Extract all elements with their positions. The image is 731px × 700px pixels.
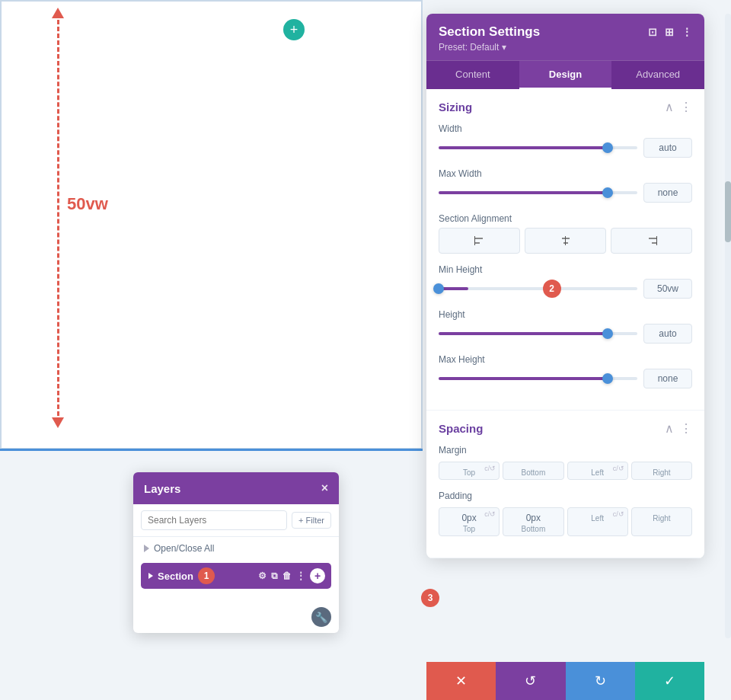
min-height-slider-thumb[interactable] (433, 283, 444, 294)
confirm-button[interactable]: ✓ (635, 662, 704, 700)
layers-search-input[interactable] (141, 510, 287, 530)
more-icon[interactable]: ⋮ (296, 571, 305, 581)
sizing-more-icon[interactable]: ⋮ (680, 100, 692, 114)
align-center-icon (560, 235, 572, 247)
scrollbar-track (725, 14, 731, 638)
open-close-label: Open/Close All (154, 543, 214, 554)
width-slider[interactable] (439, 146, 637, 149)
padding-label: Padding (439, 491, 692, 501)
padding-left-cell[interactable]: c/↺ Left (567, 507, 628, 536)
tab-content[interactable]: Content (426, 61, 519, 89)
layout-icon[interactable]: ⊞ (665, 26, 674, 38)
align-right-icon (646, 235, 658, 247)
settings-header-icons: ⊡ ⊞ ⋮ (648, 26, 692, 38)
spacing-title: Spacing (439, 422, 483, 435)
sizing-title-row: Sizing ∧ ⋮ (439, 100, 692, 114)
max-height-slider-row: none (439, 369, 692, 388)
margin-right-cell[interactable]: Right (631, 462, 692, 480)
trash-icon[interactable]: 🗑 (283, 571, 292, 581)
height-slider-row: auto (439, 324, 692, 344)
gear-icon[interactable]: ⚙ (258, 571, 267, 581)
svg-rect-5 (565, 236, 566, 245)
layers-title: Layers (144, 482, 180, 495)
settings-tabs: Content Design Advanced (426, 60, 704, 89)
badge-3: 3 (421, 589, 439, 607)
width-slider-fill (439, 146, 608, 149)
margin-grid: c/↺ Top Bottom c/↺ Left Right (439, 462, 692, 480)
section-label: Section (158, 571, 193, 582)
margin-bottom-cell[interactable]: Bottom (503, 462, 563, 480)
responsive-icon[interactable]: ⊡ (648, 26, 657, 38)
spacing-collapse-icon[interactable]: ∧ (665, 421, 674, 436)
more-options-icon[interactable]: ⋮ (682, 26, 692, 38)
height-slider-thumb[interactable] (602, 328, 613, 339)
margin-right-label: Right (635, 468, 688, 477)
layers-panel: Layers × + Filter Open/Close All Section… (133, 472, 339, 633)
margin-bottom-label: Bottom (506, 468, 560, 477)
margin-top-cell[interactable]: c/↺ Top (439, 462, 500, 480)
layers-open-close-toggle[interactable]: Open/Close All (133, 537, 339, 560)
duplicate-icon[interactable]: ⧉ (271, 571, 278, 581)
add-row-button[interactable]: + (310, 568, 325, 583)
dashed-line (57, 20, 59, 416)
canvas-separator (0, 449, 423, 451)
add-section-button[interactable]: + (283, 19, 305, 40)
margin-field: Margin c/↺ Top Bottom c/↺ Left Right (439, 445, 692, 480)
align-center-button[interactable] (525, 228, 606, 254)
padding-right-cell[interactable]: Right (631, 507, 692, 536)
max-width-slider[interactable] (439, 191, 637, 194)
padding-bottom-label: Bottom (506, 525, 560, 533)
sizing-title-icons: ∧ ⋮ (665, 100, 692, 114)
section-icons: ⚙ ⧉ 🗑 ⋮ (258, 571, 305, 581)
scrollbar-thumb[interactable] (725, 181, 731, 242)
spacing-section: Spacing ∧ ⋮ Margin c/↺ Top Bottom (426, 411, 704, 558)
max-width-slider-thumb[interactable] (602, 187, 613, 198)
max-height-slider-thumb[interactable] (602, 373, 613, 384)
width-slider-thumb[interactable] (602, 142, 613, 153)
settings-body: Sizing ∧ ⋮ Width auto Max (426, 89, 704, 558)
max-height-label: Max Height (439, 354, 692, 365)
width-value[interactable]: auto (643, 138, 692, 158)
layers-close-button[interactable]: × (321, 481, 328, 495)
max-height-slider[interactable] (439, 377, 637, 380)
min-height-slider[interactable] (439, 287, 637, 290)
tab-design[interactable]: Design (519, 61, 612, 89)
margin-left-cell[interactable]: c/↺ Left (567, 462, 628, 480)
width-slider-row: auto (439, 138, 692, 158)
preset-label[interactable]: Preset: Default ▾ (439, 42, 692, 53)
align-left-button[interactable] (439, 228, 520, 254)
sizing-title: Sizing (439, 101, 472, 113)
max-width-label: Max Width (439, 168, 692, 179)
height-slider[interactable] (439, 332, 637, 335)
padding-bottom-cell[interactable]: 0px Bottom (503, 507, 563, 536)
settings-header: Section Settings ⊡ ⊞ ⋮ Preset: Default ▾ (426, 14, 704, 60)
tab-advanced[interactable]: Advanced (611, 61, 704, 89)
settings-panel: Section Settings ⊡ ⊞ ⋮ Preset: Default ▾… (426, 14, 704, 558)
max-width-value[interactable]: none (643, 183, 692, 203)
svg-rect-6 (649, 238, 656, 239)
collapse-icon[interactable]: ∧ (665, 100, 674, 114)
svg-rect-2 (474, 236, 475, 245)
align-right-button[interactable] (611, 228, 692, 254)
spacing-more-icon[interactable]: ⋮ (680, 421, 692, 436)
layers-header: Layers × (133, 472, 339, 504)
section-expand-icon (148, 573, 153, 579)
undo-button[interactable]: ↺ (496, 662, 565, 700)
arrow-down-icon (52, 417, 64, 428)
layers-filter-button[interactable]: + Filter (292, 512, 331, 529)
max-height-value[interactable]: none (643, 369, 692, 388)
padding-right-label: Right (635, 514, 688, 523)
min-height-value[interactable]: 50vw (643, 279, 692, 299)
layers-section-row[interactable]: Section 1 ⚙ ⧉ 🗑 ⋮ + (141, 563, 331, 589)
max-width-slider-fill (439, 191, 608, 194)
toggle-arrow-icon (144, 545, 149, 552)
cancel-button[interactable]: ✕ (426, 662, 496, 700)
margin-left-cycle: c/↺ (613, 465, 624, 472)
padding-top-cell[interactable]: c/↺ 0px Top (439, 507, 500, 536)
action-bar: ✕ ↺ ↻ ✓ (426, 662, 704, 700)
dimension-arrow (52, 8, 64, 428)
padding-field: Padding c/↺ 0px Top 0px Bottom c/↺ Left (439, 491, 692, 536)
redo-button[interactable]: ↻ (566, 662, 635, 700)
wrench-icon[interactable]: 🔧 (311, 607, 331, 627)
height-value[interactable]: auto (643, 324, 692, 344)
